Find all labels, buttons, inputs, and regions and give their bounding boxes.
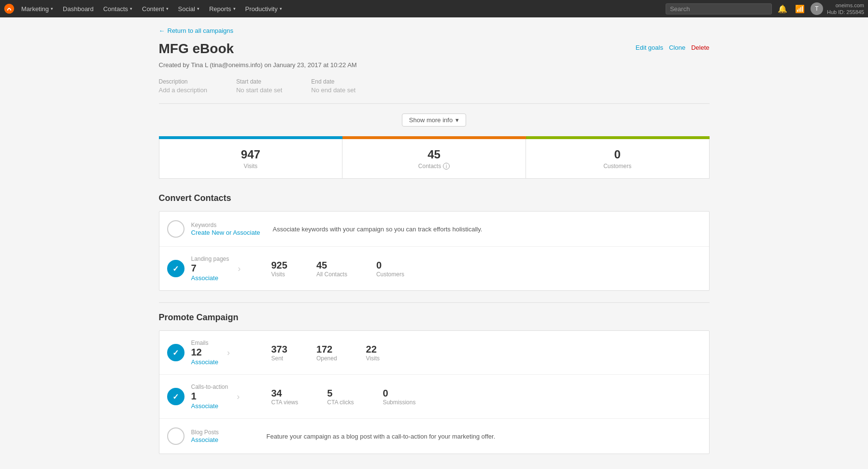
delete-link[interactable]: Delete xyxy=(691,44,710,51)
emails-check xyxy=(167,344,185,361)
nav-marketing[interactable]: Marketing ▾ xyxy=(16,0,58,17)
emails-stats: 373 Sent 172 Opened 22 Visits xyxy=(271,344,380,362)
campaign-info-grid: Description Add a description Start date… xyxy=(159,78,710,94)
show-more-button[interactable]: Show more info ▾ xyxy=(402,114,466,127)
convert-contacts-section: Convert Contacts Keywords Create New or … xyxy=(159,193,710,291)
blog-posts-description: Feature your campaign as a blog post wit… xyxy=(267,433,701,440)
keywords-check xyxy=(167,220,185,238)
section-divider-1 xyxy=(159,302,710,303)
chevron-down-icon: ▾ xyxy=(455,116,459,124)
cta-stats: 34 CTA views 5 CTA clicks 0 Submissions xyxy=(271,388,416,406)
landing-pages-customers: 0 Customers xyxy=(376,260,404,278)
brand-logo[interactable] xyxy=(4,3,14,14)
campaign-meta: Created by Tina L (tina@oneims.info) on … xyxy=(159,61,710,69)
emails-row: Emails 12 Associate › 373 Sent 172 Opene… xyxy=(159,331,709,375)
hub-info: oneims.com Hub ID: 255845 xyxy=(827,2,864,16)
keywords-left: Keywords Create New or Associate xyxy=(167,220,260,238)
productivity-caret: ▾ xyxy=(280,6,282,11)
promote-campaign-section: Promote Campaign Emails 12 Associate › 3… xyxy=(159,313,710,454)
landing-pages-check xyxy=(167,260,185,277)
show-more-container: Show more info ▾ xyxy=(159,114,710,127)
notifications-icon[interactable]: 🔔 xyxy=(776,4,789,14)
customers-stat: 0 Customers xyxy=(526,139,709,178)
landing-pages-left: Landing pages 7 Associate › xyxy=(167,256,254,282)
keywords-row: Keywords Create New or Associate Associa… xyxy=(159,212,709,247)
marketing-caret: ▾ xyxy=(51,6,53,11)
blog-posts-row: Blog Posts Associate Feature your campai… xyxy=(159,419,709,454)
avatar[interactable]: T xyxy=(811,2,823,15)
landing-pages-info: Landing pages 7 Associate xyxy=(191,256,229,282)
page-content: Return to all campaigns MFG eBook Edit g… xyxy=(144,17,724,469)
emails-associate-link[interactable]: Associate xyxy=(191,358,218,366)
clone-link[interactable]: Clone xyxy=(669,44,685,51)
edit-goals-link[interactable]: Edit goals xyxy=(636,44,663,51)
nav-productivity[interactable]: Productivity ▾ xyxy=(241,0,287,17)
wifi-icon[interactable]: 📶 xyxy=(793,4,807,14)
end-date-field: End date No end date set xyxy=(311,78,356,94)
visits-stat: 947 Visits xyxy=(159,139,343,178)
start-date-field: Start date No start date set xyxy=(236,78,282,94)
content-caret: ▾ xyxy=(166,6,169,11)
landing-pages-chevron: › xyxy=(238,264,241,274)
cta-chevron: › xyxy=(237,392,240,402)
description-field: Description Add a description xyxy=(159,78,207,94)
landing-pages-visits: 925 Visits xyxy=(271,260,287,278)
blog-posts-check xyxy=(167,427,185,445)
blog-posts-left: Blog Posts Associate xyxy=(167,427,254,445)
keywords-info: Keywords Create New or Associate xyxy=(191,222,260,236)
nav-social[interactable]: Social ▾ xyxy=(173,0,204,17)
landing-pages-stats: 925 Visits 45 All Contacts 0 Customers xyxy=(271,260,404,278)
landing-pages-contacts: 45 All Contacts xyxy=(316,260,347,278)
convert-contacts-card: Keywords Create New or Associate Associa… xyxy=(159,211,710,291)
emails-visits: 22 Visits xyxy=(366,344,380,362)
cta-info: Calls-to-action 1 Associate xyxy=(191,384,228,410)
nav-contacts[interactable]: Contacts ▾ xyxy=(99,0,137,17)
emails-info: Emails 12 Associate xyxy=(191,340,218,366)
emails-sent: 373 Sent xyxy=(271,344,287,362)
emails-chevron: › xyxy=(227,348,230,358)
landing-pages-associate-link[interactable]: Associate xyxy=(191,274,218,282)
cta-submissions: 0 Submissions xyxy=(383,388,415,406)
promote-campaign-card: Emails 12 Associate › 373 Sent 172 Opene… xyxy=(159,330,710,454)
contacts-caret: ▾ xyxy=(130,6,132,11)
top-navigation: Marketing ▾ Dashboard Contacts ▾ Content… xyxy=(0,0,868,17)
emails-opened: 172 Opened xyxy=(316,344,337,362)
cta-check xyxy=(167,388,185,405)
nav-right-section: 🔔 📶 T oneims.com Hub ID: 255845 xyxy=(666,2,864,16)
social-caret: ▾ xyxy=(197,6,199,11)
cta-left: Calls-to-action 1 Associate › xyxy=(167,384,254,410)
nav-dashboard[interactable]: Dashboard xyxy=(58,0,99,17)
contacts-info-icon[interactable]: i xyxy=(443,163,450,170)
search-input[interactable] xyxy=(666,3,772,14)
campaign-header: MFG eBook Edit goals Clone Delete xyxy=(159,41,710,57)
keywords-description: Associate keywords with your campaign so… xyxy=(273,226,701,233)
divider xyxy=(159,103,710,104)
nav-content[interactable]: Content ▾ xyxy=(137,0,173,17)
nav-reports[interactable]: Reports ▾ xyxy=(204,0,241,17)
cta-views: 34 CTA views xyxy=(271,388,299,406)
stats-row: 947 Visits 45 Contacts i 0 Customers xyxy=(159,139,710,179)
header-actions: Edit goals Clone Delete xyxy=(636,41,710,51)
emails-left: Emails 12 Associate › xyxy=(167,340,254,366)
create-new-or-associate-link[interactable]: Create New or Associate xyxy=(191,229,260,236)
cta-associate-link[interactable]: Associate xyxy=(191,402,218,410)
reports-caret: ▾ xyxy=(233,6,236,11)
contacts-stat: 45 Contacts i xyxy=(342,139,526,178)
cta-clicks: 5 CTA clicks xyxy=(327,388,354,406)
cta-row: Calls-to-action 1 Associate › 34 CTA vie… xyxy=(159,375,709,419)
blog-posts-info: Blog Posts Associate xyxy=(191,429,219,443)
blog-posts-associate-link[interactable]: Associate xyxy=(191,436,218,443)
landing-pages-row: Landing pages 7 Associate › 925 Visits 4… xyxy=(159,247,709,290)
back-link[interactable]: Return to all campaigns xyxy=(159,27,710,34)
campaign-title: MFG eBook xyxy=(159,41,234,57)
